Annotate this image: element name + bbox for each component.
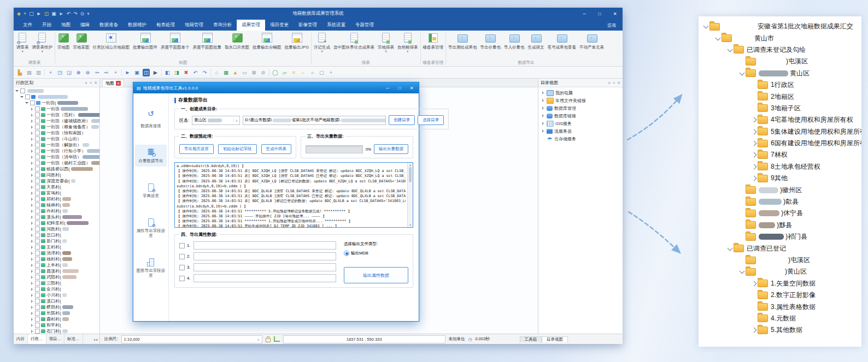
menu-tab-查询分析[interactable]: 查询分析 (208, 20, 237, 31)
toolbar-icon-1[interactable]: ▤ (26, 69, 33, 76)
checkbox[interactable] (35, 221, 40, 225)
tree-row[interactable]: 溪头村( (14, 214, 99, 220)
sidebar-item-字典设置[interactable]: 字典设置 (135, 180, 167, 201)
toolbar-icon-37[interactable]: + (327, 69, 335, 76)
ribbon-button-选中图块界址点成果表[interactable]: 选中图块界址点成果表 (332, 31, 376, 50)
expand-icon[interactable] (30, 282, 34, 285)
options-link[interactable]: 选项 (601, 20, 623, 31)
toolbar-icon-5[interactable]: ◳ (56, 69, 63, 76)
toolbar-icon-9[interactable]: ⇦ (93, 69, 101, 76)
panel-tab-项目…[interactable]: 项目… (46, 334, 65, 344)
checkbox[interactable] (35, 287, 40, 292)
panel-menu-icon[interactable]: ∨ (85, 81, 87, 85)
toolbar-icon-10[interactable]: ⇨ (103, 69, 110, 76)
expand-icon[interactable] (30, 108, 34, 111)
tabs-right-icon[interactable]: ▸ (96, 337, 98, 341)
explorer-row[interactable]: 黄山区 (738, 68, 861, 79)
tree-row[interactable]: 一街坊（粮食储备库） (14, 124, 99, 130)
sidebar-item-属性导出字段设置[interactable]: 属性导出字段设置 (135, 215, 167, 241)
ribbon-button-调查表[interactable]: 调查表▼ (15, 31, 31, 53)
tree-row[interactable]: 长陔村( (14, 310, 99, 316)
tree-row[interactable]: 一街坊（行知小学） (14, 148, 99, 154)
scale-ruler-icon[interactable] (274, 336, 280, 342)
toolbar-icon-18[interactable]: ◧ (164, 69, 171, 76)
expand-icon[interactable] (541, 114, 545, 117)
button-生成中间表[interactable]: 生成中间表 (261, 144, 292, 154)
collapse-icon[interactable] (703, 23, 708, 29)
toolbar-icon-15[interactable]: ◫ (143, 69, 150, 76)
close-icon[interactable]: ✕ (607, 8, 623, 20)
log-scrollbar[interactable]: ▲ ▼ (407, 163, 413, 227)
checkbox[interactable] (35, 281, 40, 286)
explorer-row[interactable]: 5集体建设用地使用权和房屋所有权 (750, 126, 861, 138)
export-vector-button[interactable]: 输出矢量数据 (374, 144, 408, 154)
toolbar-icon-29[interactable]: ⊘ (260, 69, 267, 76)
pin-icon[interactable]: ⌖ (90, 81, 92, 85)
menu-tab-编辑[interactable]: 编辑 (75, 20, 95, 31)
toolbar-icon-11[interactable]: + (112, 69, 119, 76)
expand-icon[interactable] (751, 164, 756, 169)
tree-row[interactable] (14, 88, 99, 94)
checkbox[interactable] (35, 329, 40, 334)
expand-icon[interactable] (541, 122, 545, 125)
tree-row[interactable]: 一街坊（怡和家园） (14, 130, 99, 136)
tree-row[interactable]: 小川村( (14, 292, 99, 298)
expand-icon[interactable] (30, 288, 34, 291)
checkbox[interactable] (35, 112, 40, 117)
toolbar-icon-36[interactable]: ▢ (318, 69, 325, 76)
checkbox[interactable] (35, 209, 40, 213)
toolbar-icon-27[interactable]: ▭ (241, 69, 248, 76)
expand-icon[interactable] (30, 174, 34, 177)
tree-row[interactable]: 武阳村( (14, 274, 99, 280)
tree-row[interactable]: 铁路桥以西( (14, 166, 99, 172)
expand-icon[interactable] (30, 330, 34, 333)
tree-row[interactable]: 王村村( (14, 244, 99, 250)
explorer-row[interactable]: 1行政区 (750, 79, 861, 91)
explorer-row[interactable]: 8土地承包经营权 (750, 161, 861, 173)
explorer-row[interactable]: )屯溪区 (738, 254, 861, 266)
toolbar-icon-35[interactable]: = (309, 69, 316, 76)
expand-icon[interactable] (30, 234, 34, 237)
checkbox[interactable] (35, 311, 40, 316)
explorer-row[interactable]: 安徽省第1批次地籍数据成果汇交 (702, 21, 861, 32)
tree-row[interactable]: 一街坊（徽城镇政府） (14, 118, 99, 124)
toolbar-icon-4[interactable]: + (47, 69, 54, 76)
checkbox[interactable] (35, 203, 40, 207)
collapse-icon[interactable] (25, 102, 29, 104)
qat-icon-5[interactable]: ▣ (51, 11, 56, 16)
expand-icon[interactable] (30, 156, 34, 159)
qat-icon-7[interactable]: ↶ (67, 11, 71, 16)
checkbox[interactable] (35, 143, 40, 147)
expand-icon[interactable] (751, 152, 756, 158)
panel-tab-标准…[interactable]: 标准… (64, 334, 83, 344)
ribbon-button-导出测绘成果包[interactable]: 导出测绘成果包 (447, 31, 479, 50)
explorer-row[interactable]: 3地籍子区 (750, 103, 861, 114)
scrollbar-thumb[interactable] (409, 167, 412, 182)
radio-mdb[interactable] (344, 251, 349, 256)
expand-icon[interactable] (30, 252, 34, 255)
checkbox[interactable] (35, 106, 40, 111)
dock-tab-目录视图[interactable]: 目录视图 (542, 336, 568, 342)
dock-tab-工具箱[interactable]: 工具箱 (520, 336, 542, 342)
toolbar-icon-6[interactable]: ◲ (66, 69, 73, 76)
expand-icon[interactable] (30, 168, 34, 171)
panel-tab-行政…[interactable]: 行政… (28, 334, 46, 344)
tree-row[interactable]: 杞梓里村( (14, 220, 99, 226)
ribbon-button-不动产单元表[interactable]: 不动产单元表 (578, 31, 606, 50)
qat-icon-6[interactable]: ► (59, 11, 64, 16)
toolbar-icon-19[interactable]: ◨ (173, 69, 180, 76)
checkbox[interactable] (179, 254, 185, 259)
qat-icon-10[interactable]: ▾ (87, 11, 90, 16)
expand-icon[interactable] (751, 141, 756, 146)
tree-row[interactable]: 一街坊 (14, 106, 99, 112)
ribbon-button-自然幢报表[interactable]: 自然幢报表▼ (396, 31, 420, 53)
toolbar-icon-25[interactable]: ▦ (222, 69, 230, 76)
tree-row[interactable]: 三阳村( (14, 280, 99, 286)
tree-row[interactable]: 岔口村( (14, 232, 99, 238)
checkbox[interactable] (35, 130, 40, 135)
explorer-row[interactable]: 黄山市 (714, 32, 861, 44)
expand-icon[interactable] (30, 132, 34, 135)
checkbox[interactable] (35, 179, 40, 183)
qat-icon-8[interactable]: ↷ (73, 11, 78, 16)
expand-icon[interactable] (30, 186, 34, 189)
